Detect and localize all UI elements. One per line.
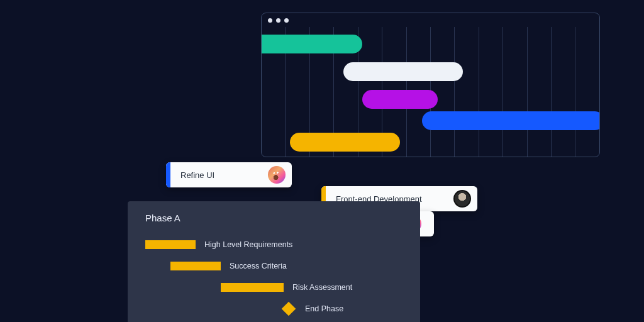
phase-title: Phase A xyxy=(145,213,402,223)
gantt-bar xyxy=(261,35,362,53)
gantt-window xyxy=(261,13,600,157)
phase-bar xyxy=(170,262,221,270)
avatar xyxy=(453,190,471,208)
window-titlebar xyxy=(262,13,599,27)
gantt-bar xyxy=(422,111,600,130)
phase-row: Success Criteria xyxy=(145,258,402,274)
gantt-bar xyxy=(290,133,400,152)
phase-label: Success Criteria xyxy=(230,262,287,270)
phase-label: High Level Requirements xyxy=(204,240,292,249)
task-card-refine[interactable]: Refine UI xyxy=(166,162,292,187)
task-stripe xyxy=(166,162,170,187)
phase-row: High Level Requirements xyxy=(145,237,402,252)
phase-bar xyxy=(221,283,284,292)
gantt-bar xyxy=(343,62,463,81)
window-dot-icon xyxy=(284,18,289,23)
phase-row: End Phase xyxy=(145,301,402,316)
gantt-bar xyxy=(362,90,438,109)
task-label: Refine UI xyxy=(170,170,268,180)
milestone-icon xyxy=(282,302,296,316)
phase-panel: Phase A High Level RequirementsSuccess C… xyxy=(128,201,420,322)
window-dot-icon xyxy=(276,18,280,23)
window-dot-icon xyxy=(268,18,272,23)
phase-label: End Phase xyxy=(305,304,343,313)
phase-label: Risk Assessment xyxy=(292,283,352,292)
phase-bar xyxy=(145,240,196,249)
avatar xyxy=(268,166,286,184)
phase-row: Risk Assessment xyxy=(145,280,402,295)
gantt-bars xyxy=(262,27,599,157)
